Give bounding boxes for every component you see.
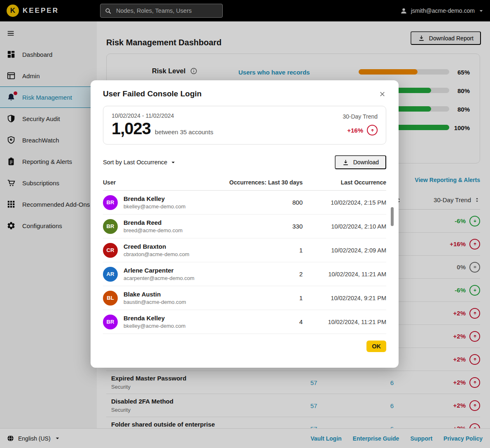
user-row-arlene-carpenter: ARArlene Carpenteracarpenter@acme-demo.c… bbox=[103, 262, 386, 286]
download-button[interactable]: Download bbox=[335, 155, 386, 169]
user-email: baustin@acme-demo.com bbox=[124, 299, 186, 305]
modal-scrollbar[interactable] bbox=[391, 207, 394, 226]
accounts-subtitle: between 35 accounts bbox=[155, 128, 213, 135]
user-row-brenda-kelley: BRBrenda Kelleybkelley@acme-demo.com8001… bbox=[103, 191, 386, 215]
user-row-brenda-reed: BRBrenda Reedbreed@acme-demo.com33010/02… bbox=[103, 215, 386, 238]
ok-button[interactable]: OK bbox=[366, 341, 386, 352]
last-occurrence: 10/02/2024, 2:10 AM bbox=[303, 223, 386, 230]
user-row-brenda-kelley: BRBrenda Kelleybkelley@acme-demo.com410/… bbox=[103, 310, 386, 334]
last-occurrence: 10/02/2024, 11:21 AM bbox=[303, 271, 386, 278]
last-occurrence: 10/02/2024, 2:09 AM bbox=[303, 247, 386, 254]
user-row-blake-austin: BLBlake Austinbaustin@acme-demo.com110/0… bbox=[103, 286, 386, 310]
avatar: BR bbox=[103, 219, 118, 234]
summary-card: 10/02/2024 - 11/02/2024 1,023 between 35… bbox=[103, 106, 386, 145]
occurrence-count: 330 bbox=[229, 223, 303, 230]
last-occurrence: 10/02/2024, 9:21 PM bbox=[303, 295, 386, 301]
user-email: acarpenter@acme-demo.com bbox=[124, 275, 194, 281]
occurrence-count: 800 bbox=[229, 199, 303, 206]
user-name: Brenda Reed bbox=[124, 219, 182, 226]
trend-value: +16% bbox=[343, 125, 378, 135]
trend-up-icon bbox=[367, 125, 378, 135]
avatar: CR bbox=[103, 243, 118, 258]
avatar: AR bbox=[103, 267, 118, 282]
occurrence-count: 4 bbox=[229, 318, 303, 325]
close-icon[interactable] bbox=[378, 90, 386, 98]
last-occurrence-column-header: Last Occurrence bbox=[303, 179, 386, 190]
modal-table-header: User Occurrences: Last 30 days Last Occu… bbox=[103, 179, 386, 191]
sort-by-dropdown[interactable]: Sort by Last Occurrence bbox=[103, 159, 176, 166]
trend-label: 30-Day Trend bbox=[343, 113, 378, 120]
user-column-header: User bbox=[103, 179, 229, 190]
user-name: Brenda Kelley bbox=[124, 315, 185, 322]
avatar: BL bbox=[103, 291, 118, 306]
user-email: breed@acme-demo.com bbox=[124, 227, 182, 233]
last-occurrence: 10/02/2024, 11:21 PM bbox=[303, 319, 386, 325]
user-email: cbraxton@acme-demo.com bbox=[124, 251, 189, 257]
user-name: Blake Austin bbox=[124, 291, 186, 298]
user-name: Arlene Carpenter bbox=[124, 267, 194, 274]
modal-title: User Failed Console Login bbox=[103, 89, 202, 98]
total-count: 1,023 bbox=[112, 119, 151, 138]
user-name: Brenda Kelley bbox=[124, 195, 185, 202]
occurrences-column-header: Occurrences: Last 30 days bbox=[229, 179, 303, 190]
occurrence-count: 1 bbox=[229, 247, 303, 254]
user-email: bkelley@acme-demo.com bbox=[124, 323, 185, 329]
last-occurrence: 10/02/2024, 2:15 PM bbox=[303, 199, 386, 206]
chevron-down-icon bbox=[170, 159, 176, 166]
user-row-creed-braxton: CRCreed Braxtoncbraxton@acme-demo.com110… bbox=[103, 238, 386, 262]
avatar: BR bbox=[103, 315, 118, 329]
modal-table: BRBrenda Kelleybkelley@acme-demo.com8001… bbox=[103, 191, 386, 334]
download-icon bbox=[342, 159, 349, 166]
occurrence-count: 2 bbox=[229, 271, 303, 278]
user-email: bkelley@acme-demo.com bbox=[124, 203, 185, 210]
user-failed-console-login-modal: User Failed Console Login 10/02/2024 - 1… bbox=[91, 80, 399, 368]
date-range: 10/02/2024 - 11/02/2024 bbox=[112, 112, 213, 119]
occurrence-count: 1 bbox=[229, 294, 303, 301]
user-name: Creed Braxton bbox=[124, 243, 189, 250]
avatar: BR bbox=[103, 195, 118, 210]
